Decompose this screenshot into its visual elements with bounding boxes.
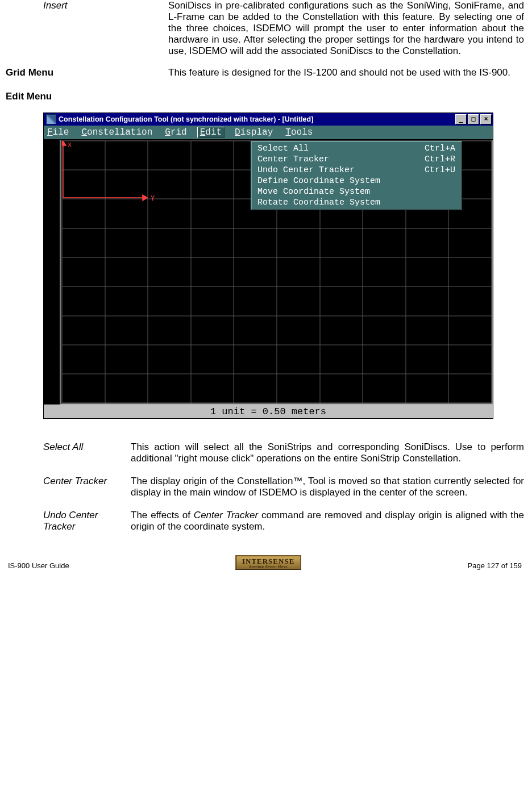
menu-tools[interactable]: Tools — [285, 127, 313, 138]
menu-file[interactable]: File — [47, 127, 69, 138]
menu-constellation[interactable]: Constellation — [81, 127, 152, 138]
footer-right: Page 127 of 159 — [468, 561, 522, 570]
menu-edit[interactable]: Edit — [197, 127, 225, 138]
term-insert: Insert — [6, 0, 131, 57]
window-titlebar: Constellation Configuration Tool (not sy… — [44, 113, 493, 126]
desc-select-all: This action will select all the SoniStri… — [131, 442, 526, 464]
edit-dropdown-menu: Select AllCtrl+A Center TrackerCtrl+R Un… — [251, 141, 462, 210]
menu-item-select-all[interactable]: Select AllCtrl+A — [252, 143, 461, 154]
footer-left: IS-900 User Guide — [8, 561, 69, 570]
desc-undo-center-tracker: The effects of Center Tracker command ar… — [131, 510, 526, 532]
menu-grid[interactable]: Grid — [165, 127, 186, 138]
close-button[interactable]: × — [480, 114, 492, 124]
menu-item-undo-center-tracker[interactable]: Undo Center TrackerCtrl+U — [252, 165, 461, 176]
menubar: File Constellation Grid Edit Display Too… — [44, 126, 493, 140]
desc-grid-menu: This feature is designed for the IS-1200… — [131, 67, 526, 78]
term-select-all: Select All — [6, 442, 131, 464]
term-undo-center-tracker: Undo Center Tracker — [6, 510, 131, 532]
window-title: Constellation Configuration Tool (not sy… — [59, 115, 454, 123]
menu-display[interactable]: Display — [235, 127, 273, 138]
menu-item-move-coord[interactable]: Move Coordinate System — [252, 186, 461, 197]
grid-canvas[interactable]: x Y Select AllCtrl+A Center TrackerCtrl+… — [61, 140, 493, 405]
menu-item-define-coord[interactable]: Define Coordinate System — [252, 176, 461, 186]
desc-insert: SoniDiscs in pre-calibrated configuratio… — [131, 0, 526, 57]
status-bar: 1 unit = 0.50 meters — [44, 405, 493, 418]
system-menu-icon[interactable] — [46, 114, 56, 124]
term-grid-menu: Grid Menu — [6, 67, 131, 78]
logo-intersense: INTERSENSE Sensing Every Move — [235, 555, 301, 570]
minimize-button[interactable]: _ — [455, 114, 467, 124]
desc-center-tracker: The display origin of the Constellation™… — [131, 476, 526, 498]
menu-item-rotate-coord[interactable]: Rotate Coordinate System — [252, 197, 461, 208]
maximize-button[interactable]: □ — [468, 114, 479, 124]
app-window-screenshot: Constellation Configuration Tool (not sy… — [43, 113, 526, 419]
heading-edit-menu: Edit Menu — [6, 91, 526, 102]
left-toolbar — [44, 140, 61, 405]
menu-item-center-tracker[interactable]: Center TrackerCtrl+R — [252, 154, 461, 165]
term-center-tracker: Center Tracker — [6, 476, 131, 498]
